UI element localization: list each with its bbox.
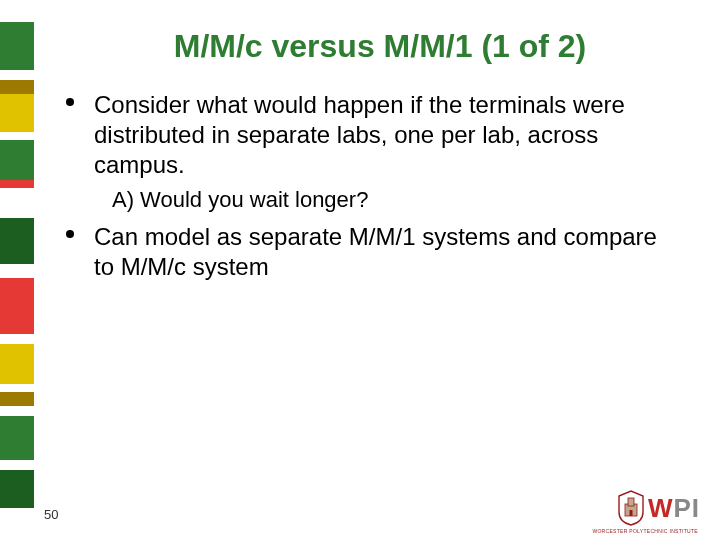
- svg-rect-1: [628, 498, 634, 506]
- sub-bullet-item: A) Would you wait longer?: [60, 186, 680, 214]
- decorative-sidebar: [0, 0, 34, 540]
- sidebar-segment: [0, 94, 34, 132]
- logo-subtitle: WORCESTER POLYTECHNIC INSTITUTE: [592, 528, 698, 534]
- sidebar-segment: [0, 384, 34, 392]
- sidebar-segment: [0, 132, 34, 140]
- sidebar-segment: [0, 334, 34, 344]
- bullet-item: Consider what would happen if the termin…: [60, 90, 680, 180]
- bullet-icon: [66, 230, 74, 238]
- svg-rect-2: [629, 510, 632, 516]
- slide-content: Consider what would happen if the termin…: [60, 90, 680, 288]
- sidebar-segment: [0, 416, 34, 460]
- bullet-text: Can model as separate M/M/1 systems and …: [94, 222, 680, 282]
- sidebar-segment: [0, 264, 34, 278]
- logo-letter-p: P: [673, 493, 689, 524]
- bullet-item: Can model as separate M/M/1 systems and …: [60, 222, 680, 282]
- sidebar-segment: [0, 218, 34, 264]
- sidebar-segment: [0, 344, 34, 384]
- sidebar-segment: [0, 460, 34, 470]
- bullet-text: Consider what would happen if the termin…: [94, 90, 680, 180]
- sidebar-segment: [0, 22, 34, 70]
- sidebar-segment: [0, 406, 34, 416]
- sidebar-segment: [0, 180, 34, 188]
- wpi-logo: W P I: [616, 490, 698, 526]
- sub-bullet-text: A) Would you wait longer?: [112, 186, 680, 214]
- sidebar-segment: [0, 70, 34, 80]
- wpi-seal-icon: [616, 490, 646, 526]
- sidebar-segment: [0, 80, 34, 94]
- sidebar-segment: [0, 278, 34, 334]
- slide-number: 50: [44, 507, 58, 522]
- sidebar-segment: [0, 188, 34, 218]
- logo-letter-i: I: [692, 493, 698, 524]
- sidebar-segment: [0, 140, 34, 180]
- logo-letter-w: W: [648, 493, 672, 524]
- sidebar-segment: [0, 470, 34, 508]
- sidebar-segment: [0, 392, 34, 406]
- slide-title: M/M/c versus M/M/1 (1 of 2): [60, 28, 700, 65]
- sidebar-segment: [0, 0, 34, 22]
- sidebar-segment: [0, 508, 34, 540]
- bullet-icon: [66, 98, 74, 106]
